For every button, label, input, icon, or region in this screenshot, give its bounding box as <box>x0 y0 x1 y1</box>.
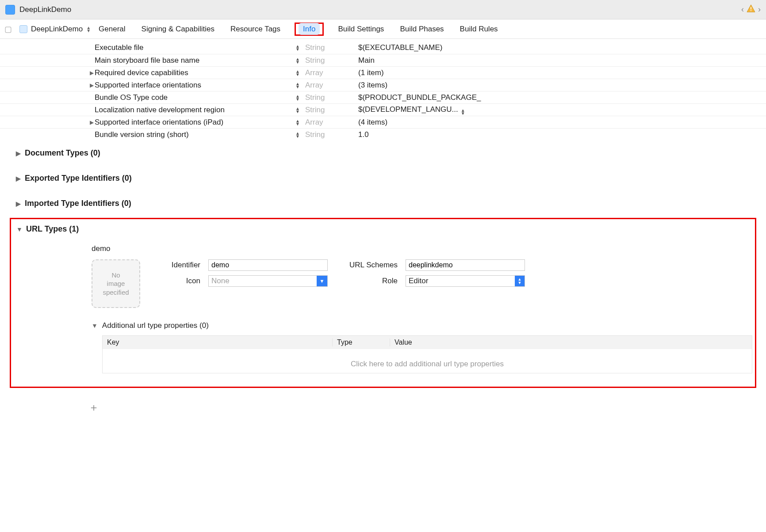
section-url-types-highlight: ▼ URL Types (1) demo No image specified … <box>10 218 756 388</box>
column-key[interactable]: Key <box>103 338 333 346</box>
identifier-field[interactable] <box>208 259 328 271</box>
svg-rect-1 <box>751 10 751 11</box>
plist-row[interactable]: Bundle OS Type code▲▼ String $(PRODUCT_B… <box>0 91 766 103</box>
role-combo[interactable]: Editor ▲▼ <box>406 275 525 287</box>
target-name: DeepLinkDemo <box>31 25 83 34</box>
additional-url-props-header[interactable]: ▼ Additional url type properties (0) <box>92 321 752 330</box>
plist-row[interactable]: Bundle version string (short)▲▼ String 1… <box>0 128 766 141</box>
url-type-name: demo <box>92 244 752 253</box>
column-type[interactable]: Type <box>333 338 390 346</box>
plist-row[interactable]: ▶Required device capabilities▲▼ Array (1… <box>0 66 766 79</box>
tab-build-rules[interactable]: Build Rules <box>458 22 500 36</box>
disclosure-triangle-icon[interactable]: ▶ <box>88 119 95 125</box>
nav-back-icon[interactable]: ‹ <box>741 5 744 14</box>
chevron-down-icon: ▼ <box>317 276 327 286</box>
disclosure-triangle-down-icon: ▼ <box>92 322 98 329</box>
icon-combo[interactable]: None ▼ <box>208 275 328 287</box>
add-button[interactable]: ＋ <box>88 401 99 413</box>
section-url-types[interactable]: ▼ URL Types (1) <box>16 224 752 234</box>
tabbar: ▢ DeepLinkDemo ▲▼ General Signing & Capa… <box>0 19 766 39</box>
titlebar: DeepLinkDemo ‹ › <box>0 0 766 19</box>
svg-rect-0 <box>751 7 751 10</box>
plist-row[interactable]: Localization native development region▲▼… <box>0 103 766 116</box>
target-icon <box>19 25 27 33</box>
section-document-types[interactable]: ▶ Document Types (0) <box>0 141 766 166</box>
disclosure-triangle-icon[interactable]: ▶ <box>88 82 95 88</box>
project-title: DeepLinkDemo <box>19 5 741 14</box>
additional-url-props-table: Key Type Value Click here to add additio… <box>102 335 752 373</box>
column-value[interactable]: Value <box>390 338 752 346</box>
image-well-placeholder: No image specified <box>103 271 129 297</box>
plist-row[interactable]: Executable file▲▼ String $(EXECUTABLE_NA… <box>0 42 766 54</box>
disclosure-triangle-icon: ▶ <box>16 150 25 157</box>
icon-combo-value: None <box>209 276 317 286</box>
tab-info[interactable]: Info <box>299 23 320 35</box>
section-exported-types[interactable]: ▶ Exported Type Identifiers (0) <box>0 166 766 191</box>
target-selector[interactable]: DeepLinkDemo ▲▼ <box>19 25 91 34</box>
sidebar-toggle-icon[interactable]: ▢ <box>4 24 14 34</box>
tab-general[interactable]: General <box>97 22 127 36</box>
tab-build-settings[interactable]: Build Settings <box>336 22 386 36</box>
tab-info-highlight: Info <box>295 23 324 36</box>
disclosure-triangle-icon[interactable]: ▶ <box>88 70 95 76</box>
role-combo-value: Editor <box>406 276 515 286</box>
url-schemes-field[interactable] <box>406 259 525 271</box>
stepper-icon: ▲▼ <box>515 276 525 286</box>
plist-row[interactable]: ▶Supported interface orientations▲▼ Arra… <box>0 79 766 91</box>
target-stepper-icon[interactable]: ▲▼ <box>86 26 91 32</box>
nav-forward-icon[interactable]: › <box>758 5 761 14</box>
identifier-label: Identifier <box>152 261 200 270</box>
image-well[interactable]: No image specified <box>92 259 140 308</box>
disclosure-triangle-down-icon: ▼ <box>16 226 26 233</box>
disclosure-triangle-icon: ▶ <box>16 175 25 182</box>
role-label: Role <box>336 277 398 285</box>
section-imported-types[interactable]: ▶ Imported Type Identifiers (0) <box>0 191 766 216</box>
add-property-placeholder[interactable]: Click here to add additional url type pr… <box>103 349 752 373</box>
tab-signing[interactable]: Signing & Capabilities <box>140 22 216 36</box>
disclosure-triangle-icon: ▶ <box>16 200 25 207</box>
warning-icon[interactable] <box>747 4 755 15</box>
plist-row[interactable]: Main storyboard file base name▲▼ String … <box>0 54 766 66</box>
plist-table: Executable file▲▼ String $(EXECUTABLE_NA… <box>0 39 766 141</box>
tab-resource-tags[interactable]: Resource Tags <box>229 22 282 36</box>
tab-build-phases[interactable]: Build Phases <box>398 22 445 36</box>
icon-label: Icon <box>152 277 200 285</box>
project-icon <box>5 5 15 15</box>
url-type-entry: demo No image specified Identifier URL S… <box>14 244 752 373</box>
url-schemes-label: URL Schemes <box>336 261 398 270</box>
plist-row[interactable]: ▶Supported interface orientations (iPad)… <box>0 116 766 128</box>
